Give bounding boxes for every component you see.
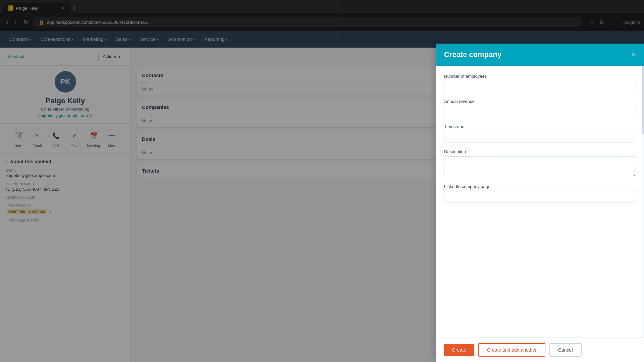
linkedin-input[interactable] [444,191,636,202]
linkedin-label: LinkedIn company page [444,184,636,189]
annual-revenue-group: Annual revenue [444,99,636,117]
cancel-button[interactable]: Cancel [549,343,582,357]
modal-body: Number of employees Annual revenue Time … [436,66,644,338]
annual-revenue-input[interactable] [444,106,636,117]
modal-footer: Create Create and add another Cancel [436,338,644,362]
linkedin-group: LinkedIn company page [444,184,636,202]
description-input[interactable] [444,156,636,176]
description-label: Description [444,149,636,154]
modal-close-button[interactable]: × [632,51,636,58]
num-employees-group: Number of employees [444,74,636,92]
create-and-add-another-button[interactable]: Create and add another [478,343,545,357]
modal-title: Create company [444,50,501,59]
time-zone-group: Time zone [444,124,636,142]
modal-header: Create company × [436,44,644,66]
time-zone-label: Time zone [444,124,636,129]
description-group: Description [444,149,636,177]
scroll-thumb [642,66,644,134]
create-button[interactable]: Create [444,344,474,356]
num-employees-label: Number of employees [444,74,636,79]
num-employees-input[interactable] [444,81,636,92]
annual-revenue-label: Annual revenue [444,99,636,104]
scroll-track [642,66,644,338]
create-company-modal: Create company × Number of employees Ann… [436,44,644,362]
time-zone-input[interactable] [444,131,636,142]
